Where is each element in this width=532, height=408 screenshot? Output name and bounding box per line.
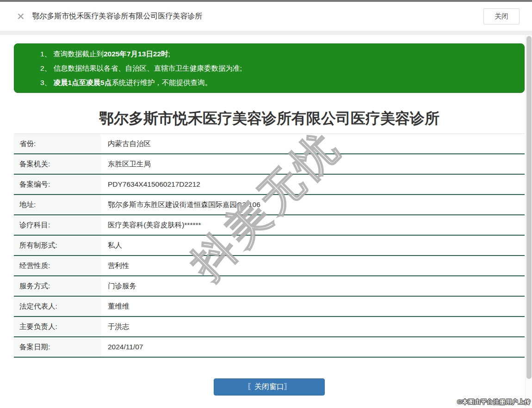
close-icon[interactable]: ✕ bbox=[17, 12, 25, 21]
table-row: 主要负责人:于洪志 bbox=[14, 317, 525, 337]
row-label: 备案日期: bbox=[14, 337, 101, 357]
row-label: 备案编号: bbox=[14, 175, 101, 194]
table-row: 所有制形式:私人 bbox=[14, 236, 525, 256]
row-label: 服务方式: bbox=[14, 276, 101, 296]
row-value: 董维维 bbox=[101, 302, 130, 311]
table-row: 服务方式:门诊服务 bbox=[14, 276, 525, 297]
row-value: 营利性 bbox=[101, 261, 130, 271]
row-value: 门诊服务 bbox=[101, 281, 136, 291]
row-label: 诊疗科目: bbox=[14, 215, 101, 235]
content-area: 1、 查询数据截止到2025年7月13日22时; 2、 信息数据结果以各省、自治… bbox=[0, 35, 532, 408]
row-value: 私人 bbox=[101, 241, 122, 250]
row-value: 内蒙古自治区 bbox=[101, 139, 151, 149]
header-bar: ✕ 鄂尔多斯市悦禾医疗美容诊所有限公司医疗美容诊所 关闭 bbox=[0, 2, 532, 31]
table-row: 地址:鄂尔多斯市东胜区建设街道恒森国际嘉园C3-106 bbox=[14, 195, 525, 215]
notice-box: 1、 查询数据截止到2025年7月13日22时; 2、 信息数据结果以各省、自治… bbox=[14, 43, 525, 93]
notice-line-2: 2、 信息数据结果以各省、自治区、直辖市卫生健康委数据为准; bbox=[40, 61, 515, 75]
row-value: 于洪志 bbox=[101, 322, 130, 332]
scrollbar-thumb[interactable] bbox=[526, 36, 532, 379]
scrollbar-track[interactable] bbox=[525, 36, 532, 408]
table-row: 备案编号:PDY7634X415060217D2212 bbox=[14, 175, 525, 195]
row-value: 医疗美容科(美容皮肤科)****** bbox=[101, 220, 201, 230]
table-row: 经营性质:营利性 bbox=[14, 256, 525, 276]
page-title: 鄂尔多斯市悦禾医疗美容诊所有限公司医疗美容诊所 bbox=[14, 110, 525, 127]
copyright-watermark: ©本图由平台注册用户上传 bbox=[457, 398, 531, 406]
notice-line-3: 3、 凌晨1点至凌晨5点系统进行维护，不能提供查询。 bbox=[40, 75, 515, 90]
row-label: 地址: bbox=[14, 195, 101, 214]
row-value: 2024/11/07 bbox=[101, 343, 143, 351]
table-row: 备案日期:2024/11/07 bbox=[14, 337, 525, 358]
row-label: 所有制形式: bbox=[14, 236, 101, 255]
row-label: 省份: bbox=[14, 134, 101, 153]
table-row: 省份:内蒙古自治区 bbox=[14, 134, 525, 154]
info-table: 省份:内蒙古自治区备案机关:东胜区卫生局备案编号:PDY7634X4150602… bbox=[14, 134, 525, 358]
table-row: 备案机关:东胜区卫生局 bbox=[14, 154, 525, 175]
close-window-button[interactable]: 〖关闭窗口〗 bbox=[214, 378, 325, 396]
row-value: 东胜区卫生局 bbox=[101, 159, 151, 169]
row-value: PDY7634X415060217D2212 bbox=[101, 180, 200, 189]
button-row: 〖关闭窗口〗 bbox=[14, 378, 525, 396]
header-divider bbox=[0, 31, 532, 35]
row-label: 备案机关: bbox=[14, 154, 101, 174]
row-label: 经营性质: bbox=[14, 256, 101, 275]
row-label: 主要负责人: bbox=[14, 317, 101, 336]
table-row: 法定代表人:董维维 bbox=[14, 297, 525, 317]
close-button[interactable]: 关闭 bbox=[483, 8, 520, 24]
row-value: 鄂尔多斯市东胜区建设街道恒森国际嘉园C3-106 bbox=[101, 200, 260, 210]
table-row: 诊疗科目:医疗美容科(美容皮肤科)****** bbox=[14, 215, 525, 236]
notice-line-1: 1、 查询数据截止到2025年7月13日22时; bbox=[40, 47, 515, 61]
header-title: 鄂尔多斯市悦禾医疗美容诊所有限公司医疗美容诊所 bbox=[32, 12, 203, 21]
row-label: 法定代表人: bbox=[14, 297, 101, 316]
